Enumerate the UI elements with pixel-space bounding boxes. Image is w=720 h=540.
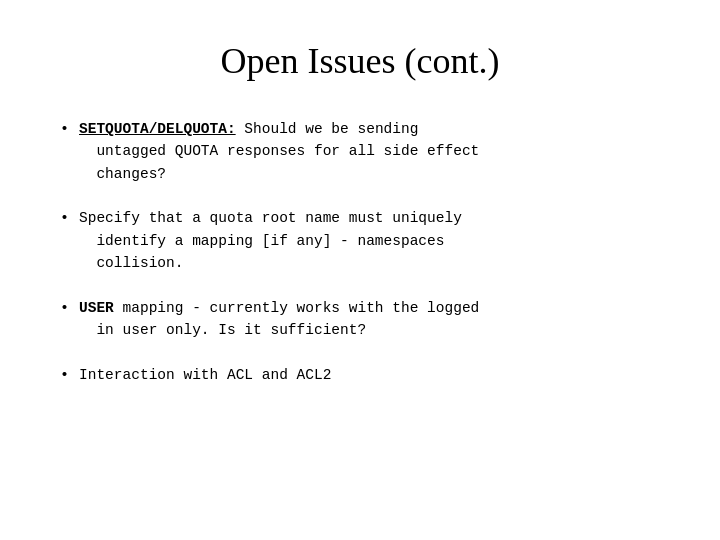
bullet-text-2: Specify that a quota root name must uniq… [79,207,462,274]
bullet-3-keyword: USER [79,300,114,316]
bullet-item-1: • SETQUOTA/DELQUOTA: Should we be sendin… [60,118,660,185]
bullet-item-4: • Interaction with ACL and ACL2 [60,364,660,388]
slide: Open Issues (cont.) • SETQUOTA/DELQUOTA:… [0,0,720,540]
bullet-item-3: • USER mapping - currently works with th… [60,297,660,342]
bullet-3-text: mapping - currently works with the logge… [79,300,479,338]
bullet-4-text: Interaction with ACL and ACL2 [79,367,331,383]
bullet-text-3: USER mapping - currently works with the … [79,297,479,342]
bullet-dot-1: • [60,119,69,142]
bullet-1-keyword: SETQUOTA/DELQUOTA: [79,121,236,137]
bullet-text-4: Interaction with ACL and ACL2 [79,364,331,386]
bullet-dot-2: • [60,208,69,231]
bullet-text-1: SETQUOTA/DELQUOTA: Should we be sending … [79,118,479,185]
bullet-2-text: Specify that a quota root name must uniq… [79,210,462,271]
slide-title: Open Issues (cont.) [60,40,660,82]
bullet-item-2: • Specify that a quota root name must un… [60,207,660,274]
bullet-list: • SETQUOTA/DELQUOTA: Should we be sendin… [60,118,660,387]
bullet-dot-3: • [60,298,69,321]
bullet-dot-4: • [60,365,69,388]
